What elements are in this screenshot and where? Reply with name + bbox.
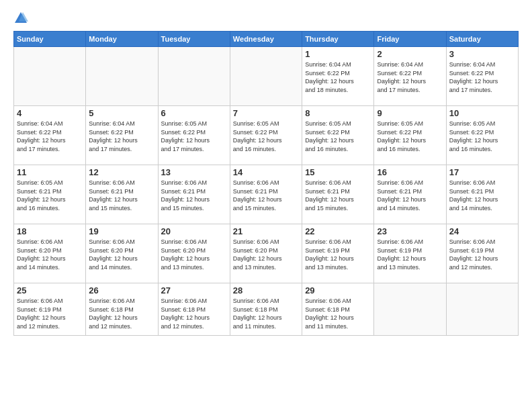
calendar-cell: 13Sunrise: 6:06 AM Sunset: 6:21 PM Dayli…: [158, 165, 230, 224]
day-info: Sunrise: 6:06 AM Sunset: 6:21 PM Dayligh…: [233, 179, 299, 212]
day-number: 15: [305, 167, 371, 177]
day-info: Sunrise: 6:04 AM Sunset: 6:22 PM Dayligh…: [449, 60, 515, 94]
calendar-cell: 16Sunrise: 6:06 AM Sunset: 6:21 PM Dayli…: [374, 165, 446, 224]
day-number: 13: [161, 167, 227, 177]
calendar-cell: 2Sunrise: 6:04 AM Sunset: 6:22 PM Daylig…: [374, 47, 446, 106]
day-number: 24: [449, 226, 515, 236]
day-info: Sunrise: 6:06 AM Sunset: 6:21 PM Dayligh…: [305, 179, 371, 212]
calendar-cell: 9Sunrise: 6:05 AM Sunset: 6:22 PM Daylig…: [374, 106, 446, 165]
calendar-cell: 1Sunrise: 6:04 AM Sunset: 6:22 PM Daylig…: [302, 47, 374, 106]
week-row-4: 18Sunrise: 6:06 AM Sunset: 6:20 PM Dayli…: [14, 224, 519, 283]
page: SundayMondayTuesdayWednesdayThursdayFrid…: [0, 0, 532, 411]
header: [13, 11, 519, 26]
calendar-cell: 7Sunrise: 6:05 AM Sunset: 6:22 PM Daylig…: [230, 106, 302, 165]
calendar-cell: 4Sunrise: 6:04 AM Sunset: 6:22 PM Daylig…: [14, 106, 86, 165]
logo-icon: [13, 11, 28, 26]
calendar-cell: 12Sunrise: 6:06 AM Sunset: 6:21 PM Dayli…: [86, 165, 158, 224]
calendar-table: SundayMondayTuesdayWednesdayThursdayFrid…: [13, 31, 519, 336]
calendar-cell: 15Sunrise: 6:06 AM Sunset: 6:21 PM Dayli…: [302, 165, 374, 224]
day-info: Sunrise: 6:06 AM Sunset: 6:18 PM Dayligh…: [305, 297, 371, 330]
day-number: 2: [377, 49, 443, 59]
calendar-cell: [14, 47, 86, 106]
calendar-cell: [446, 283, 518, 336]
day-info: Sunrise: 6:06 AM Sunset: 6:20 PM Dayligh…: [233, 238, 299, 271]
day-number: 21: [233, 226, 299, 236]
week-row-3: 11Sunrise: 6:05 AM Sunset: 6:21 PM Dayli…: [14, 165, 519, 224]
calendar-cell: 17Sunrise: 6:06 AM Sunset: 6:21 PM Dayli…: [446, 165, 518, 224]
calendar-cell: [158, 47, 230, 106]
day-number: 12: [89, 167, 154, 177]
day-info: Sunrise: 6:06 AM Sunset: 6:18 PM Dayligh…: [89, 297, 154, 330]
day-number: 23: [377, 226, 443, 236]
day-info: Sunrise: 6:04 AM Sunset: 6:22 PM Dayligh…: [377, 60, 443, 94]
day-number: 17: [449, 167, 515, 177]
weekday-header-saturday: Saturday: [446, 32, 518, 47]
day-info: Sunrise: 6:05 AM Sunset: 6:21 PM Dayligh…: [17, 179, 83, 212]
day-info: Sunrise: 6:06 AM Sunset: 6:20 PM Dayligh…: [17, 238, 83, 271]
day-number: 7: [233, 108, 299, 118]
calendar-cell: 21Sunrise: 6:06 AM Sunset: 6:20 PM Dayli…: [230, 224, 302, 283]
logo: [13, 11, 31, 26]
weekday-header-wednesday: Wednesday: [230, 32, 302, 47]
calendar-cell: 27Sunrise: 6:06 AM Sunset: 6:18 PM Dayli…: [158, 283, 230, 336]
weekday-header-sunday: Sunday: [14, 32, 86, 47]
day-info: Sunrise: 6:05 AM Sunset: 6:22 PM Dayligh…: [449, 120, 515, 153]
week-row-1: 1Sunrise: 6:04 AM Sunset: 6:22 PM Daylig…: [14, 47, 519, 106]
day-info: Sunrise: 6:06 AM Sunset: 6:21 PM Dayligh…: [89, 179, 154, 212]
day-info: Sunrise: 6:06 AM Sunset: 6:19 PM Dayligh…: [17, 297, 83, 330]
day-number: 1: [305, 49, 371, 59]
day-info: Sunrise: 6:06 AM Sunset: 6:20 PM Dayligh…: [161, 238, 227, 271]
day-info: Sunrise: 6:05 AM Sunset: 6:22 PM Dayligh…: [233, 120, 299, 153]
calendar-cell: 22Sunrise: 6:06 AM Sunset: 6:19 PM Dayli…: [302, 224, 374, 283]
calendar-cell: 20Sunrise: 6:06 AM Sunset: 6:20 PM Dayli…: [158, 224, 230, 283]
calendar-cell: 23Sunrise: 6:06 AM Sunset: 6:19 PM Dayli…: [374, 224, 446, 283]
day-info: Sunrise: 6:06 AM Sunset: 6:19 PM Dayligh…: [377, 238, 443, 271]
calendar-cell: 24Sunrise: 6:06 AM Sunset: 6:19 PM Dayli…: [446, 224, 518, 283]
day-info: Sunrise: 6:04 AM Sunset: 6:22 PM Dayligh…: [89, 120, 154, 153]
day-number: 11: [17, 167, 83, 177]
week-row-2: 4Sunrise: 6:04 AM Sunset: 6:22 PM Daylig…: [14, 106, 519, 165]
day-number: 27: [161, 285, 227, 295]
day-number: 3: [449, 49, 515, 59]
calendar-cell: 14Sunrise: 6:06 AM Sunset: 6:21 PM Dayli…: [230, 165, 302, 224]
day-number: 6: [161, 108, 227, 118]
day-info: Sunrise: 6:06 AM Sunset: 6:18 PM Dayligh…: [233, 297, 299, 330]
calendar-cell: [374, 283, 446, 336]
calendar-cell: 29Sunrise: 6:06 AM Sunset: 6:18 PM Dayli…: [302, 283, 374, 336]
calendar-cell: 3Sunrise: 6:04 AM Sunset: 6:22 PM Daylig…: [446, 47, 518, 106]
weekday-header-tuesday: Tuesday: [158, 32, 230, 47]
day-info: Sunrise: 6:06 AM Sunset: 6:18 PM Dayligh…: [161, 297, 227, 330]
day-info: Sunrise: 6:04 AM Sunset: 6:22 PM Dayligh…: [17, 120, 83, 153]
day-number: 16: [377, 167, 443, 177]
day-number: 18: [17, 226, 83, 236]
day-info: Sunrise: 6:06 AM Sunset: 6:19 PM Dayligh…: [305, 238, 371, 271]
weekday-header-thursday: Thursday: [302, 32, 374, 47]
day-number: 29: [305, 285, 371, 295]
calendar-cell: 18Sunrise: 6:06 AM Sunset: 6:20 PM Dayli…: [14, 224, 86, 283]
week-row-5: 25Sunrise: 6:06 AM Sunset: 6:19 PM Dayli…: [14, 283, 519, 336]
calendar-cell: 11Sunrise: 6:05 AM Sunset: 6:21 PM Dayli…: [14, 165, 86, 224]
weekday-header-friday: Friday: [374, 32, 446, 47]
day-number: 4: [17, 108, 83, 118]
day-info: Sunrise: 6:06 AM Sunset: 6:19 PM Dayligh…: [449, 238, 515, 271]
calendar-cell: 19Sunrise: 6:06 AM Sunset: 6:20 PM Dayli…: [86, 224, 158, 283]
calendar-cell: 26Sunrise: 6:06 AM Sunset: 6:18 PM Dayli…: [86, 283, 158, 336]
day-number: 9: [377, 108, 443, 118]
day-number: 20: [161, 226, 227, 236]
day-info: Sunrise: 6:06 AM Sunset: 6:21 PM Dayligh…: [377, 179, 443, 212]
day-info: Sunrise: 6:05 AM Sunset: 6:22 PM Dayligh…: [377, 120, 443, 153]
day-number: 26: [89, 285, 154, 295]
calendar-cell: 25Sunrise: 6:06 AM Sunset: 6:19 PM Dayli…: [14, 283, 86, 336]
day-number: 25: [17, 285, 83, 295]
day-info: Sunrise: 6:06 AM Sunset: 6:20 PM Dayligh…: [89, 238, 154, 271]
day-number: 28: [233, 285, 299, 295]
calendar-cell: 8Sunrise: 6:05 AM Sunset: 6:22 PM Daylig…: [302, 106, 374, 165]
day-number: 5: [89, 108, 154, 118]
day-info: Sunrise: 6:05 AM Sunset: 6:22 PM Dayligh…: [161, 120, 227, 153]
day-number: 19: [89, 226, 154, 236]
calendar-cell: 28Sunrise: 6:06 AM Sunset: 6:18 PM Dayli…: [230, 283, 302, 336]
weekday-header-monday: Monday: [86, 32, 158, 47]
day-info: Sunrise: 6:06 AM Sunset: 6:21 PM Dayligh…: [161, 179, 227, 212]
day-number: 14: [233, 167, 299, 177]
calendar-cell: [86, 47, 158, 106]
